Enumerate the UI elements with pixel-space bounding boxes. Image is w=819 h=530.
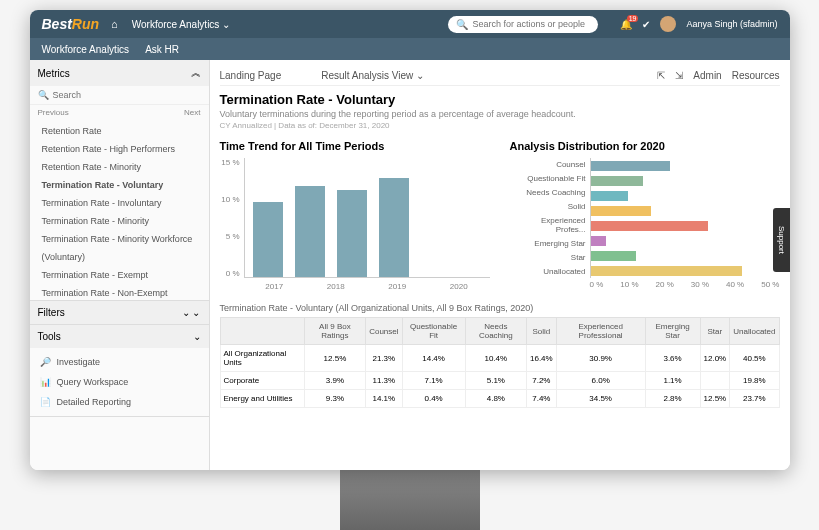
distribution-chart: CounselQuestionable FitNeeds CoachingSol… <box>510 158 780 278</box>
metrics-header[interactable]: Metrics <box>30 60 209 86</box>
next-link[interactable]: Next <box>184 108 200 117</box>
metric-item[interactable]: Termination Rate - Non-Exempt <box>30 284 209 300</box>
subnav-askhr[interactable]: Ask HR <box>145 44 179 55</box>
collapse-icon[interactable]: ⌄ <box>193 331 201 342</box>
view-selector[interactable]: Result Analysis View <box>321 70 424 81</box>
support-tab[interactable]: Support <box>773 208 790 272</box>
tools-header[interactable]: Tools ⌄ <box>30 325 209 348</box>
notification-badge: 19 <box>627 15 639 22</box>
tool-icon: 🔎 <box>40 357 51 367</box>
tool-item[interactable]: 🔎Investigate <box>30 352 209 372</box>
metric-item[interactable]: Termination Rate - Exempt <box>30 266 209 284</box>
metric-item[interactable]: Retention Rate - High Performers <box>30 140 209 158</box>
page-meta: CY Annualized | Data as of: December 31,… <box>220 121 780 130</box>
check-icon[interactable]: ✔ <box>642 19 650 30</box>
page-title: Termination Rate - Voluntary <box>220 92 780 107</box>
collapse-icon[interactable] <box>191 66 201 80</box>
notifications-icon[interactable]: 🔔19 <box>620 19 632 30</box>
collapse-icon[interactable]: ⌄ ⌄ <box>182 307 201 318</box>
brand-logo[interactable]: BestRun <box>42 16 100 32</box>
tool-icon: 📄 <box>40 397 51 407</box>
global-search[interactable]: 🔍 <box>448 16 598 33</box>
metric-item[interactable]: (Voluntary) <box>30 248 209 266</box>
metric-item[interactable]: Termination Rate - Minority <box>30 212 209 230</box>
tool-item[interactable]: 📄Detailed Reporting <box>30 392 209 412</box>
share-icon[interactable]: ⇲ <box>675 70 683 81</box>
tool-item[interactable]: 📊Query Workspace <box>30 372 209 392</box>
avatar[interactable] <box>660 16 676 32</box>
metric-item[interactable]: Termination Rate - Voluntary <box>30 176 209 194</box>
export-icon[interactable]: ⇱ <box>657 70 665 81</box>
chart1-title: Time Trend for All Time Periods <box>220 140 490 152</box>
search-input[interactable] <box>472 19 590 29</box>
filters-header[interactable]: Filters ⌄ ⌄ <box>30 301 209 324</box>
home-icon[interactable]: ⌂ <box>111 19 118 30</box>
tool-icon: 📊 <box>40 377 51 387</box>
prev-link[interactable]: Previous <box>38 108 69 117</box>
table-title: Termination Rate - Voluntary (All Organi… <box>220 303 780 313</box>
nav-section[interactable]: Workforce Analytics <box>132 19 231 30</box>
admin-link[interactable]: Admin <box>693 70 721 81</box>
resources-link[interactable]: Resources <box>732 70 780 81</box>
data-table: All 9 Box RatingsCounselQuestionable Fit… <box>220 317 780 408</box>
search-icon: 🔍 <box>456 19 468 30</box>
metric-item[interactable]: Termination Rate - Minority Workforce <box>30 230 209 248</box>
metric-item[interactable]: Retention Rate <box>30 122 209 140</box>
metric-item[interactable]: Retention Rate - Minority <box>30 158 209 176</box>
metric-item[interactable]: Termination Rate - Involuntary <box>30 194 209 212</box>
metrics-search-input[interactable] <box>53 90 201 100</box>
page-subtitle: Voluntary terminations during the report… <box>220 109 780 119</box>
chart2-title: Analysis Distribution for 2020 <box>510 140 780 152</box>
subnav-workforce[interactable]: Workforce Analytics <box>42 44 130 55</box>
search-icon: 🔍 <box>38 90 49 100</box>
user-name[interactable]: Aanya Singh (sfadmin) <box>686 19 777 29</box>
time-trend-chart: 15 %10 %5 %0 % <box>220 158 490 278</box>
breadcrumb-landing[interactable]: Landing Page <box>220 70 282 81</box>
